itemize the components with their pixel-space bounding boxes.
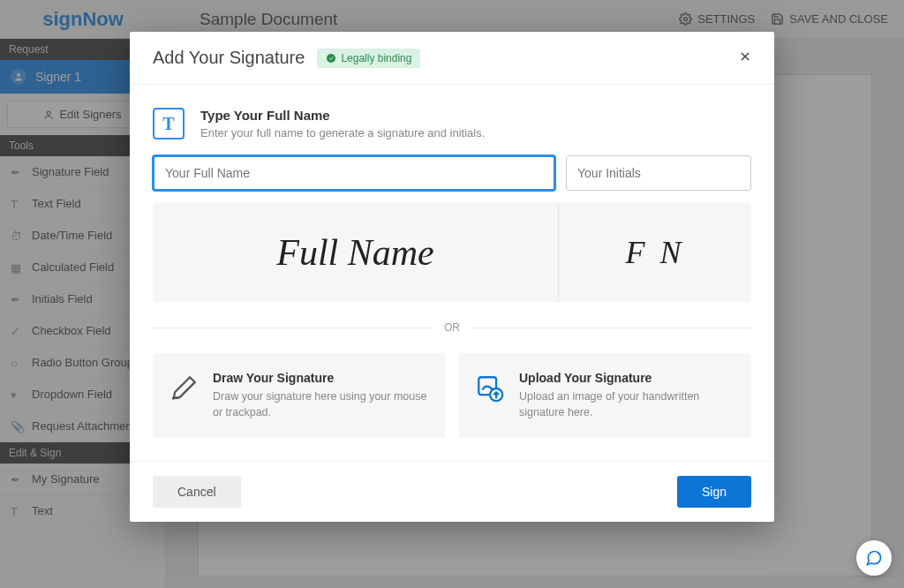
type-subtitle: Enter your full name to generate a signa… <box>200 126 485 139</box>
draw-signature-card[interactable]: Draw Your Signature Draw your signature … <box>153 353 445 438</box>
sign-button[interactable]: Sign <box>677 476 751 508</box>
type-title: Type Your Full Name <box>200 108 485 123</box>
legally-binding-badge: Legally binding <box>317 49 420 68</box>
chat-fab[interactable] <box>856 540 892 576</box>
upload-subtitle: Upload an image of your handwritten sign… <box>519 388 735 420</box>
modal-body: T Type Your Full Name Enter your full na… <box>130 85 774 461</box>
check-badge-icon <box>326 53 336 64</box>
or-divider: OR <box>153 321 751 334</box>
type-section: T Type Your Full Name Enter your full na… <box>153 108 751 139</box>
add-signature-modal: Add Your Signature Legally binding T Typ… <box>130 32 774 522</box>
initials-input[interactable] <box>566 155 751 191</box>
close-button[interactable] <box>739 50 751 66</box>
upload-signature-card[interactable]: Upload Your Signature Upload an image of… <box>459 353 751 438</box>
modal-header: Add Your Signature Legally binding <box>130 32 774 85</box>
badge-label: Legally binding <box>341 52 411 64</box>
preview-full-name: Full Name <box>276 231 433 274</box>
upload-signature-icon <box>475 371 505 406</box>
chat-icon <box>865 549 883 567</box>
svg-point-3 <box>327 54 335 63</box>
upload-title: Upload Your Signature <box>519 371 735 385</box>
pencil-icon <box>169 371 199 406</box>
full-name-input[interactable] <box>153 155 555 191</box>
signature-preview: Full Name F N <box>153 203 751 302</box>
cancel-button[interactable]: Cancel <box>153 476 241 508</box>
preview-initials: F N <box>625 234 684 271</box>
modal-title: Add Your Signature <box>153 48 305 68</box>
draw-title: Draw Your Signature <box>213 371 429 385</box>
close-icon <box>739 50 751 63</box>
modal-footer: Cancel Sign <box>130 461 774 522</box>
draw-subtitle: Draw your signature here using your mous… <box>213 388 429 420</box>
type-icon: T <box>153 108 185 139</box>
